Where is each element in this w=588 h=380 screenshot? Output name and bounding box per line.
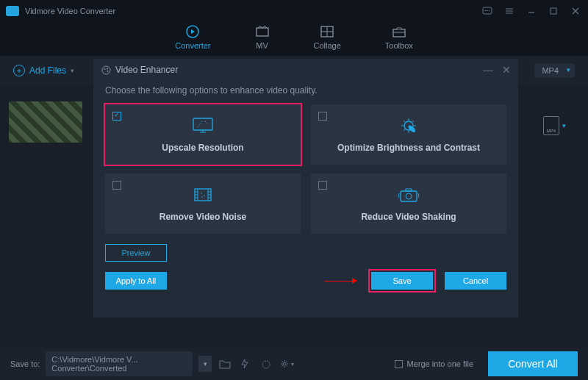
svg-point-22 (262, 361, 270, 368)
checkbox[interactable] (318, 112, 327, 121)
checkbox[interactable] (112, 181, 121, 190)
app-logo (6, 6, 19, 16)
converter-icon (185, 25, 200, 38)
svg-rect-19 (401, 191, 417, 201)
video-enhancer-dialog: Video Enhancer — ✕ Choose the following … (93, 59, 518, 318)
nav-collage[interactable]: Collage (314, 25, 341, 56)
checkbox[interactable] (318, 181, 327, 190)
option-reduce-shaking[interactable]: Reduce Video Shaking (311, 173, 506, 234)
dialog-description: Choose the following options to enhance … (93, 81, 518, 104)
svg-rect-6 (257, 28, 268, 36)
svg-point-17 (204, 195, 205, 196)
save-to-label: Save to: (10, 359, 40, 368)
svg-point-1 (485, 10, 487, 12)
feedback-icon[interactable] (481, 4, 494, 18)
nav-toolbox[interactable]: Toolbox (385, 25, 413, 56)
svg-rect-8 (393, 29, 405, 37)
menu-icon[interactable] (503, 4, 516, 18)
add-files-button[interactable]: + Add Files ▾ (13, 65, 74, 76)
svg-rect-21 (406, 189, 412, 191)
output-format-dropdown[interactable]: MP4 (534, 63, 575, 78)
svg-point-11 (107, 68, 108, 69)
nav-converter[interactable]: Converter (175, 25, 210, 56)
svg-point-2 (487, 10, 488, 12)
annotation-highlight: Save (368, 269, 436, 293)
svg-point-20 (406, 193, 412, 199)
checkbox[interactable] (395, 360, 403, 368)
option-remove-noise[interactable]: Remove Video Noise (105, 173, 301, 234)
plus-icon: + (13, 65, 25, 76)
svg-point-10 (104, 68, 105, 70)
mv-icon (255, 25, 270, 38)
svg-point-23 (283, 362, 286, 365)
dialog-minimize-icon[interactable]: — (483, 64, 493, 76)
video-thumbnail[interactable] (9, 101, 82, 143)
path-dropdown[interactable]: ▾ (198, 356, 212, 372)
minimize-icon[interactable] (525, 4, 538, 18)
option-upscale-resolution[interactable]: Upscale Resolution (105, 104, 301, 165)
camera-icon (398, 185, 420, 204)
preview-button[interactable]: Preview (105, 244, 167, 262)
annotation-arrow (324, 278, 357, 284)
svg-point-9 (102, 66, 110, 74)
settings-gear-icon[interactable]: ▾ (279, 356, 294, 371)
cancel-button[interactable]: Cancel (445, 272, 506, 290)
svg-point-12 (107, 71, 108, 72)
svg-rect-4 (551, 8, 556, 14)
save-path-field[interactable]: C:\Vidmore\Vidmore V... Converter\Conver… (46, 351, 193, 376)
toolbox-icon (392, 25, 406, 38)
output-format-selector[interactable]: MP4 ▾ (543, 116, 566, 135)
dialog-title: Video Enhancer (115, 65, 178, 75)
brightness-icon (398, 116, 420, 135)
svg-point-3 (489, 10, 490, 12)
film-icon (192, 185, 214, 204)
nav-mv[interactable]: MV (255, 25, 270, 56)
mp4-file-icon: MP4 (543, 116, 559, 135)
convert-all-button[interactable]: Convert All (488, 351, 578, 376)
maximize-icon[interactable] (547, 4, 560, 18)
svg-point-18 (201, 196, 203, 198)
open-folder-icon[interactable] (218, 356, 232, 371)
palette-icon (101, 65, 111, 75)
dialog-close-icon[interactable]: ✕ (502, 64, 511, 76)
svg-rect-13 (193, 118, 212, 130)
save-button[interactable]: Save (371, 272, 433, 290)
svg-point-16 (201, 193, 202, 194)
collage-icon (320, 25, 334, 38)
monitor-icon (192, 116, 214, 135)
option-brightness-contrast[interactable]: Optimize Brightness and Contrast (311, 104, 506, 165)
close-icon[interactable] (569, 4, 582, 18)
hardware-accel-icon[interactable] (238, 356, 253, 371)
merge-checkbox[interactable]: Merge into one file (395, 359, 474, 368)
chevron-down-icon: ▾ (71, 67, 74, 74)
checkbox-checked[interactable] (112, 112, 121, 121)
high-speed-icon[interactable] (259, 356, 273, 371)
apply-to-all-button[interactable]: Apply to All (105, 272, 167, 290)
app-title: Vidmore Video Converter (25, 7, 115, 15)
chevron-down-icon: ▾ (562, 122, 566, 129)
